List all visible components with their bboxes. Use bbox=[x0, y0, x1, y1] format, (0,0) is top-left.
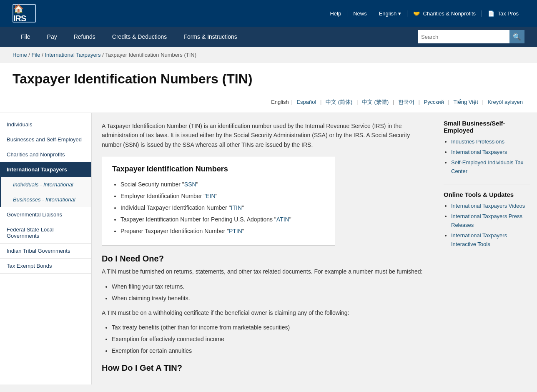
search-icon: 🔍 bbox=[513, 33, 521, 41]
top-bar: 🏠IRS Help News English ▾ 🤝 Charities & N… bbox=[0, 0, 537, 27]
list-item: Exemption for certain annuities bbox=[112, 345, 427, 357]
list-item: International Taxpayers Interactive Tool… bbox=[451, 231, 530, 249]
sidebar-item-charities[interactable]: Charities and Nonprofits bbox=[0, 147, 91, 162]
nav-forms[interactable]: Forms & Instructions bbox=[175, 27, 245, 47]
list-item: Preparer Taxpayer Identification Number … bbox=[120, 225, 325, 237]
small-business-title: Small Business/Self-Employed bbox=[444, 120, 530, 134]
breadcrumb-file[interactable]: File bbox=[32, 52, 40, 58]
taxpros-link[interactable]: 📄 Tax Pros bbox=[482, 10, 524, 17]
nav-credits[interactable]: Credits & Deductions bbox=[104, 27, 176, 47]
nav-refunds[interactable]: Refunds bbox=[65, 27, 104, 47]
list-item: Industries Professions bbox=[451, 137, 530, 146]
lang-korean[interactable]: 한국어 bbox=[398, 99, 414, 105]
lang-english: English bbox=[271, 99, 289, 105]
ssn-link[interactable]: SSN bbox=[184, 181, 196, 188]
breadcrumb-international[interactable]: International Taxpayers bbox=[45, 52, 100, 58]
lang-chinese-traditional[interactable]: 中文 (繁體) bbox=[362, 99, 389, 105]
nav-pay[interactable]: Pay bbox=[39, 27, 65, 47]
lang-espanol[interactable]: Español bbox=[296, 99, 316, 105]
intl-taxpayers-link[interactable]: International Taxpayers bbox=[451, 149, 507, 155]
page-title-section: Taxpayer Identification Numbers (TIN) bbox=[0, 63, 537, 95]
atin-link[interactable]: ATIN bbox=[276, 216, 289, 223]
right-sidebar: Small Business/Self-Employed Industries … bbox=[437, 113, 537, 384]
intl-press-link[interactable]: International Taxpayers Press Releases bbox=[451, 213, 522, 228]
how-get-title: How Do I Get A TIN? bbox=[102, 363, 427, 373]
tin-box: Taxpayer Identification Numbers Social S… bbox=[102, 156, 335, 246]
small-business-list: Industries Professions International Tax… bbox=[444, 137, 530, 176]
lang-russian[interactable]: Русский bbox=[424, 99, 444, 105]
sidebar-item-individuals[interactable]: Individuals bbox=[0, 117, 91, 132]
top-links: Help News English ▾ 🤝 Charities & Nonpro… bbox=[324, 10, 524, 17]
list-item: International Taxpayers Press Releases bbox=[451, 212, 530, 229]
tin-box-title: Taxpayer Identification Numbers bbox=[112, 165, 325, 173]
nav-file[interactable]: File bbox=[13, 27, 39, 47]
sidebar-item-individuals-intl[interactable]: Individuals - International bbox=[0, 177, 91, 192]
nav-links: File Pay Refunds Credits & Deductions Fo… bbox=[13, 27, 246, 47]
lang-chinese-simplified[interactable]: 中文 (简体) bbox=[326, 99, 352, 105]
online-tools-title: Online Tools & Updates bbox=[444, 191, 530, 198]
intl-videos-link[interactable]: International Taxpayers Videos bbox=[451, 203, 525, 209]
breadcrumb-current: Taxpayer Identification Numbers (TIN) bbox=[105, 52, 196, 58]
sidebar-item-businesses-intl[interactable]: Businesses - International bbox=[0, 192, 91, 207]
sidebar: Individuals Businesses and Self-Employed… bbox=[0, 113, 92, 384]
online-tools-list: International Taxpayers Videos Internati… bbox=[444, 201, 530, 249]
self-employed-link[interactable]: Self-Employed Individuals Tax Center bbox=[451, 159, 523, 174]
itin-link[interactable]: ITIN bbox=[231, 204, 242, 211]
list-item: International Taxpayers bbox=[451, 148, 530, 156]
list-item: Social Security number "SSN" bbox=[120, 178, 325, 190]
do-i-need-list: When filing your tax returns. When claim… bbox=[102, 281, 427, 304]
divider bbox=[444, 184, 530, 184]
sidebar-item-governmental[interactable]: Governmental Liaisons bbox=[0, 207, 91, 222]
breadcrumb: Home / File / International Taxpayers / … bbox=[0, 47, 537, 63]
list-item: Taxpayer Identification Number for Pendi… bbox=[120, 214, 325, 225]
withholding-list: Tax treaty benefits (other than for inco… bbox=[102, 322, 427, 357]
list-item: Tax treaty benefits (other than for inco… bbox=[112, 322, 427, 333]
list-item: Employer Identification Number "EIN" bbox=[120, 190, 325, 202]
small-business-section: Small Business/Self-Employed Industries … bbox=[444, 120, 530, 176]
sidebar-item-businesses-self[interactable]: Businesses and Self-Employed bbox=[0, 132, 91, 147]
sidebar-item-international[interactable]: International Taxpayers bbox=[0, 162, 91, 177]
breadcrumb-home[interactable]: Home bbox=[13, 52, 27, 58]
list-item: When claiming treaty benefits. bbox=[112, 292, 427, 304]
logo-area: 🏠IRS bbox=[13, 4, 36, 23]
intl-interactive-link[interactable]: International Taxpayers Interactive Tool… bbox=[451, 232, 507, 247]
intro-text: A Taxpayer Identification Number (TIN) i… bbox=[102, 121, 427, 149]
lang-creole[interactable]: Kreyòl ayisyen bbox=[487, 99, 523, 105]
page-title: Taxpayer Identification Numbers (TIN) bbox=[13, 71, 524, 87]
doc-icon: 📄 bbox=[488, 10, 494, 17]
list-item: Self-Employed Individuals Tax Center bbox=[451, 158, 530, 176]
irs-logo: 🏠IRS bbox=[13, 4, 36, 23]
list-item: Individual Taxpayer Identification Numbe… bbox=[120, 202, 325, 214]
charities-link[interactable]: 🤝 Charities & Nonprofits bbox=[407, 10, 482, 17]
tin-list: Social Security number "SSN" Employer Id… bbox=[112, 178, 325, 237]
list-item: International Taxpayers Videos bbox=[451, 201, 530, 210]
hand-icon: 🤝 bbox=[413, 10, 420, 17]
help-link[interactable]: Help bbox=[324, 10, 347, 17]
news-link[interactable]: News bbox=[347, 10, 373, 17]
withholding-para: A TIN must be on a withholding certifica… bbox=[102, 308, 427, 317]
sidebar-item-tax-exempt[interactable]: Tax Exempt Bonds bbox=[0, 259, 91, 274]
ptin-link[interactable]: PTIN bbox=[229, 228, 242, 234]
main-content: A Taxpayer Identification Number (TIN) i… bbox=[92, 113, 437, 384]
search-button[interactable]: 🔍 bbox=[509, 30, 524, 43]
sidebar-item-tribal[interactable]: Indian Tribal Governments bbox=[0, 244, 91, 259]
list-item: When filing your tax returns. bbox=[112, 281, 427, 292]
nav-bar: File Pay Refunds Credits & Deductions Fo… bbox=[0, 27, 537, 47]
search-input[interactable] bbox=[418, 30, 509, 43]
list-item: Exemption for effectively connected inco… bbox=[112, 333, 427, 345]
do-i-need-para: A TIN must be furnished on returns, stat… bbox=[102, 267, 427, 276]
do-i-need-title: Do I Need One? bbox=[102, 254, 427, 264]
main-container: Individuals Businesses and Self-Employed… bbox=[0, 113, 537, 384]
language-link[interactable]: English ▾ bbox=[373, 10, 407, 17]
sidebar-item-federal[interactable]: Federal State Local Governments bbox=[0, 222, 91, 244]
lang-vietnamese[interactable]: Tiếng Việt bbox=[453, 99, 478, 105]
industries-link[interactable]: Industries Professions bbox=[451, 138, 504, 145]
language-selector: English | Español | 中文 (简体) | 中文 (繁體) | … bbox=[0, 95, 537, 113]
online-tools-section: Online Tools & Updates International Tax… bbox=[444, 191, 530, 249]
ein-link[interactable]: EIN bbox=[206, 193, 215, 199]
search-bar: 🔍 bbox=[418, 30, 524, 43]
